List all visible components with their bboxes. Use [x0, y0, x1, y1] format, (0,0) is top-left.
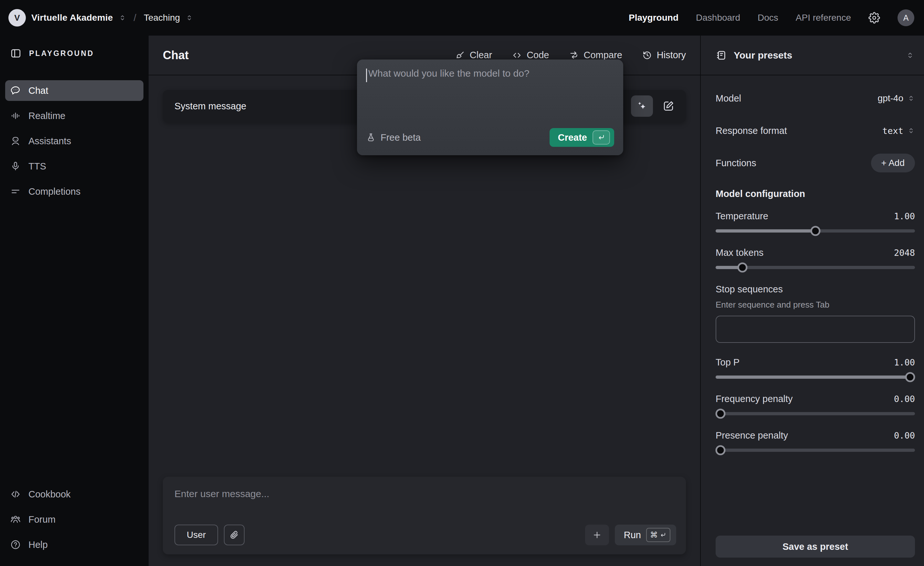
slider-thumb[interactable] — [810, 226, 820, 236]
clear-button[interactable]: Clear — [455, 50, 492, 60]
add-message-button[interactable] — [585, 525, 609, 545]
sidebar-item-realtime[interactable]: Realtime — [5, 105, 144, 126]
history-button[interactable]: History — [642, 50, 686, 60]
response-format-row: Response format text — [716, 121, 915, 140]
model-chevron-icon — [907, 95, 915, 102]
user-avatar[interactable]: A — [897, 9, 914, 26]
compare-button[interactable]: Compare — [569, 50, 622, 60]
response-format-value: text — [882, 126, 903, 136]
page-title: Chat — [163, 48, 189, 62]
project-switcher-chevron-icon[interactable] — [186, 14, 193, 22]
response-format-chevron-icon — [907, 127, 915, 134]
nav-docs[interactable]: Docs — [758, 13, 778, 23]
top-nav: Playground Dashboard Docs API reference … — [629, 9, 914, 26]
frequency-penalty-slider[interactable] — [716, 412, 915, 415]
sparkle-icon — [636, 100, 648, 112]
return-arrow-icon — [592, 130, 610, 145]
top-bar: V Virtuelle Akademie / Teaching Playgrou… — [0, 0, 924, 36]
nav-api-reference[interactable]: API reference — [796, 13, 851, 23]
top-p-label: Top P — [716, 357, 740, 368]
presence-penalty-label: Presence penalty — [716, 430, 788, 441]
create-button-label: Create — [558, 132, 587, 143]
functions-row: Functions + Add — [716, 154, 915, 172]
sidebar-footer: Cookbook Forum Help — [5, 484, 144, 560]
generate-prompt-input[interactable]: What would you like the model to do? — [366, 68, 614, 82]
model-select[interactable]: gpt-4o — [878, 93, 915, 104]
create-button[interactable]: Create — [549, 128, 614, 147]
org-switcher-chevron-icon[interactable] — [118, 14, 126, 22]
add-function-button[interactable]: + Add — [871, 154, 915, 172]
generate-sparkle-button[interactable] — [631, 95, 653, 117]
slider-thumb[interactable] — [716, 409, 726, 419]
sidebar-item-forum[interactable]: Forum — [5, 509, 144, 530]
sidebar-item-label: TTS — [28, 161, 46, 172]
top-p-control: Top P 1.00 — [716, 357, 915, 379]
question-circle-icon — [10, 539, 21, 550]
max-tokens-value: 2048 — [894, 248, 915, 258]
slider-thumb[interactable] — [738, 263, 748, 272]
presence-penalty-control: Presence penalty 0.00 — [716, 430, 915, 452]
temperature-label: Temperature — [716, 211, 768, 221]
model-value: gpt-4o — [878, 93, 903, 104]
presets-chevron-icon[interactable] — [906, 51, 914, 60]
user-avatar-initial: A — [903, 13, 909, 23]
code-button[interactable]: Code — [512, 50, 549, 60]
nav-dashboard[interactable]: Dashboard — [696, 13, 740, 23]
nav-playground[interactable]: Playground — [629, 13, 678, 23]
sidebar-item-label: Realtime — [28, 111, 65, 121]
response-format-label: Response format — [716, 125, 787, 136]
user-message-composer[interactable]: Enter user message... User Run ⌘ — [163, 477, 686, 554]
presets-journal-icon — [716, 50, 727, 61]
sidebar-item-label: Chat — [28, 85, 48, 96]
run-label: Run — [624, 530, 641, 540]
free-beta-label: Free beta — [381, 132, 421, 143]
compare-arrows-icon — [569, 50, 579, 60]
stop-sequences-label: Stop sequences — [716, 284, 915, 295]
temperature-control: Temperature 1.00 — [716, 211, 915, 233]
playground-section-header[interactable]: PLAYGROUND — [5, 42, 144, 65]
code-brackets-icon — [10, 489, 21, 499]
presence-penalty-value: 0.00 — [894, 431, 915, 441]
org-avatar-initial: V — [14, 13, 20, 23]
project-name[interactable]: Teaching — [144, 13, 180, 23]
sidebar-item-cookbook[interactable]: Cookbook — [5, 484, 144, 504]
presets-header[interactable]: Your presets — [701, 36, 924, 75]
org-name[interactable]: Virtuelle Akademie — [32, 13, 113, 23]
edit-pencil-icon — [662, 100, 675, 112]
clear-label: Clear — [470, 50, 492, 60]
stop-sequences-helper: Enter sequence and press Tab — [716, 300, 915, 310]
role-label: User — [187, 530, 206, 540]
right-inspector: Your presets Model gpt-4o Response forma… — [700, 36, 924, 566]
response-format-select[interactable]: text — [882, 126, 915, 136]
max-tokens-label: Max tokens — [716, 247, 764, 258]
generate-popover-footer: Free beta Create — [366, 128, 614, 147]
edit-system-message-button[interactable] — [659, 97, 678, 115]
slider-thumb[interactable] — [716, 446, 726, 455]
sidebar-item-completions[interactable]: Completions — [5, 181, 144, 202]
main-panel: Chat Clear Code Compare History — [148, 36, 700, 566]
system-message-label: System message — [174, 101, 246, 111]
run-button[interactable]: Run ⌘ — [615, 525, 676, 545]
top-p-slider[interactable] — [716, 375, 915, 379]
robot-icon — [10, 136, 21, 146]
temperature-slider[interactable] — [716, 229, 915, 233]
waveform-icon — [10, 111, 21, 121]
settings-gear-icon[interactable] — [868, 12, 880, 24]
stop-sequences-input[interactable] — [716, 316, 915, 343]
slider-thumb[interactable] — [905, 372, 915, 382]
role-selector-button[interactable]: User — [174, 525, 218, 545]
sidebar-item-assistants[interactable]: Assistants — [5, 131, 144, 151]
sidebar-item-chat[interactable]: Chat — [5, 80, 144, 101]
sidebar-item-help[interactable]: Help — [5, 534, 144, 555]
sidebar-item-tts[interactable]: TTS — [5, 156, 144, 176]
broom-icon — [455, 50, 465, 60]
temperature-value: 1.00 — [894, 211, 915, 221]
free-beta-badge: Free beta — [366, 132, 421, 143]
save-as-preset-button[interactable]: Save as preset — [716, 536, 915, 558]
sidebar-item-label: Forum — [28, 514, 56, 525]
sidebar-panel-icon — [10, 48, 21, 59]
paperclip-icon — [230, 530, 239, 540]
max-tokens-slider[interactable] — [716, 266, 915, 269]
presence-penalty-slider[interactable] — [716, 449, 915, 452]
attach-file-button[interactable] — [224, 525, 244, 545]
